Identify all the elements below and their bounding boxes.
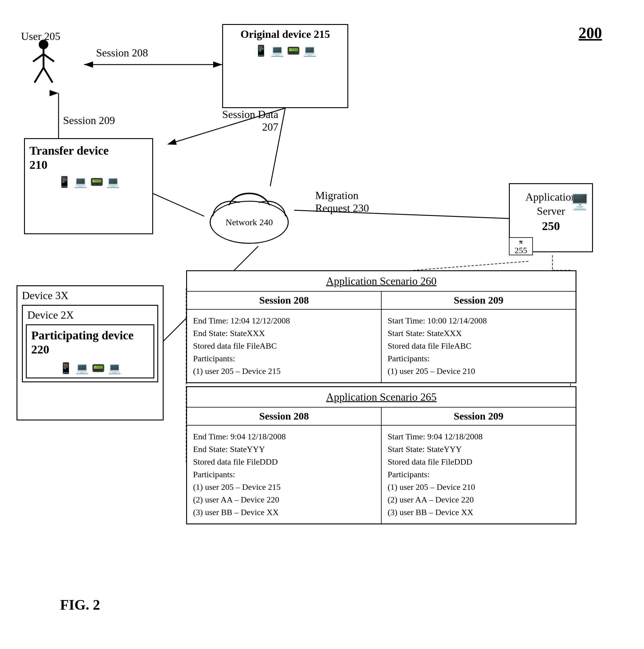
diagram-number: 200 (579, 24, 602, 42)
transfer-device-box: Transfer device 210 📱 💻 📟 💻 (24, 138, 153, 234)
svg-text:Network 240: Network 240 (226, 217, 273, 227)
participating-device-icons: 📱 💻 📟 💻 (27, 362, 153, 378)
migration-request-label: Migration Request 230 (315, 189, 369, 214)
scenario-260-session209-content: Start Time: 10:00 12/14/2008 Start State… (381, 310, 576, 382)
fig-label: FIG. 2 (60, 597, 100, 613)
participating-device-box: Participating device 220 📱 💻 📟 💻 (26, 324, 154, 378)
scenarios-container: Application Scenario 260 Session 208 End… (186, 270, 577, 527)
scenario-260-session209-header: Session 209 (381, 292, 576, 310)
scenario-265-session208-content: End Time: 9:04 12/18/2008 End State: Sta… (187, 426, 381, 523)
svg-line-22 (33, 54, 44, 61)
network-cloud: Network 240 (204, 186, 294, 246)
device-3x-label: Device 3X (17, 286, 163, 305)
scenario-260-session208-header: Session 208 (187, 292, 381, 310)
scenario-265-title: Application Scenario 265 (187, 387, 576, 407)
scenario-265-box: Application Scenario 265 Session 208 End… (186, 386, 577, 524)
transfer-device-title: Transfer device 210 (30, 143, 148, 172)
svg-line-25 (44, 68, 52, 83)
session-data-label: Session Data207 (222, 108, 278, 133)
scenario-265-session208-header: Session 208 (187, 407, 381, 426)
svg-line-23 (44, 54, 54, 61)
x255-box: x 255 (509, 237, 533, 255)
original-device-box: Original device 215 📱 💻 📟 💻 (222, 24, 348, 108)
svg-point-20 (39, 40, 48, 49)
device-2x-box: Device 2X Participating device 220 📱 💻 📟… (22, 305, 158, 382)
scenario-265-session209-content: Start Time: 9:04 12/18/2008 Start State:… (381, 426, 576, 523)
scenario-265-session209-header: Session 209 (381, 407, 576, 426)
svg-line-10 (150, 192, 204, 216)
transfer-device-icons: 📱 💻 📟 💻 (25, 176, 152, 188)
scenario-260-sessions: Session 208 End Time: 12:04 12/12/2008 E… (187, 292, 576, 382)
scenario-260-title: Application Scenario 260 (187, 271, 576, 292)
scenario-260-session209-col: Session 209 Start Time: 10:00 12/14/2008… (381, 292, 576, 382)
scenario-260-session208-content: End Time: 12:04 12/12/2008 End State: St… (187, 310, 381, 382)
svg-line-24 (35, 68, 44, 83)
scenario-260-box: Application Scenario 260 Session 208 End… (186, 270, 577, 383)
device-2x-label: Device 2X (23, 306, 157, 324)
original-device-title: Original device 215 (223, 25, 348, 42)
scenario-265-session208-col: Session 208 End Time: 9:04 12/18/2008 En… (187, 407, 381, 523)
user-figure (30, 39, 57, 85)
session209-label: Session 209 (63, 114, 115, 127)
original-device-icons: 📱 💻 📟 💻 (223, 44, 348, 57)
scenario-260-session208-col: Session 208 End Time: 12:04 12/12/2008 E… (187, 292, 381, 382)
participating-device-label: Participating device 220 (27, 325, 153, 359)
device-3x-box: Device 3X Device 2X Participating device… (16, 285, 164, 421)
scenario-265-sessions: Session 208 End Time: 9:04 12/18/2008 En… (187, 407, 576, 523)
scenario-265-session209-col: Session 209 Start Time: 9:04 12/18/2008 … (381, 407, 576, 523)
session208-arrow-label: Session 208 (96, 47, 148, 59)
